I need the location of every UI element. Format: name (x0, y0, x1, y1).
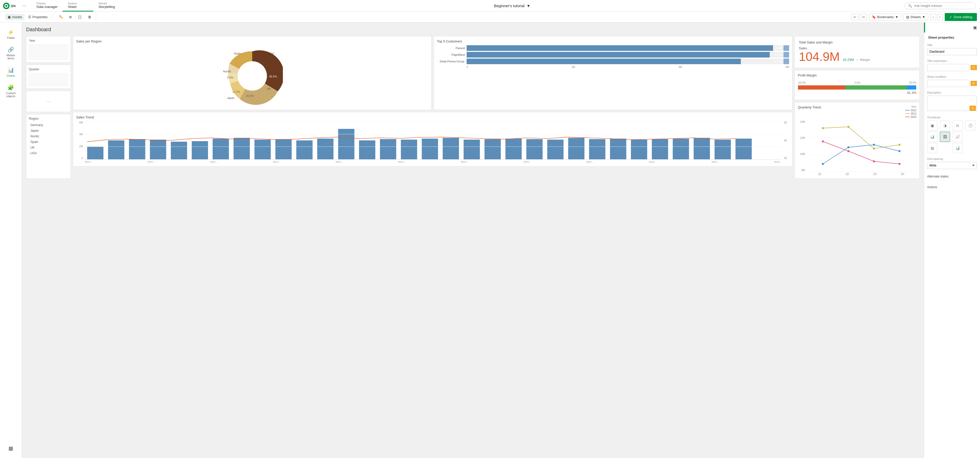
redo-button[interactable]: ↪ (860, 14, 867, 20)
title-input[interactable] (927, 48, 977, 55)
bar-2013-8 (485, 139, 501, 160)
thumb-layout-icon[interactable]: ▣ (927, 120, 937, 131)
thumb-grid-icon[interactable]: ▤ (927, 143, 937, 153)
region-item-nordic[interactable]: Nordic (29, 134, 68, 139)
x-q4: Q4 (901, 172, 904, 176)
bar-label-pagewave: PageWave (437, 53, 465, 56)
misc-chart-widget[interactable]: ··· (26, 91, 71, 112)
thumb-clock-icon[interactable]: 🕐 (965, 120, 975, 131)
y-label-0: 0 (76, 157, 83, 160)
dot-2014-q3 (873, 160, 875, 163)
undo-button[interactable]: ↩ (851, 14, 859, 20)
next-sheet-button[interactable]: › (937, 14, 943, 20)
search-input[interactable] (914, 4, 972, 8)
sidebar-item-bottom[interactable]: ▦ (2, 443, 21, 454)
year-filter-body[interactable] (29, 45, 68, 60)
bar-2014-5 (673, 139, 689, 160)
quarterly-y-axis: 14M 12M 10M 8M (798, 120, 805, 172)
title-expr-fx-btn[interactable]: fx (970, 65, 977, 70)
svg-text:26.9%: 26.9% (246, 94, 254, 97)
done-editing-button[interactable]: ✓ Done editing (945, 13, 977, 21)
title-expr-input[interactable] (927, 64, 969, 71)
qlik-logo-icon: Qlik (3, 3, 18, 9)
bookmarks-button[interactable]: 🔖 Bookmarks ▼ (869, 14, 901, 21)
svg-text:Japan: Japan (227, 96, 235, 99)
bar-2012-5 (171, 142, 187, 160)
quarterly-chart-area: 14M 12M 10M 8M (798, 120, 916, 172)
sheets-button[interactable]: ▤ Sheets ▼ (903, 14, 928, 21)
app-title[interactable]: Beginner's tutorial ▼ (494, 3, 530, 8)
bar-2012-4 (150, 140, 166, 160)
grid-spacing-select[interactable]: Wide Medium Narrow (927, 162, 977, 169)
sidebar-item-custom-objects[interactable]: 🧩 Custom objects (2, 82, 21, 100)
quarter-filter-body[interactable] (29, 73, 68, 86)
sidebar-item-fields[interactable]: ⚡ Fields (2, 27, 21, 42)
bar-2014-8 (735, 139, 752, 160)
sidebar-item-charts[interactable]: 📊 Charts (2, 64, 21, 80)
dot-2013-q1 (822, 127, 824, 129)
nav-tab-prepare[interactable]: Prepare Data manager (32, 0, 63, 11)
pencil-button[interactable]: ✏️ (56, 14, 66, 20)
alt-states-link[interactable]: Alternate states (927, 173, 977, 180)
show-cond-fx-btn[interactable]: fx (970, 81, 977, 86)
thumb-bar-icon[interactable]: 📊 (953, 143, 963, 153)
content-area: Dashboard Year Quarter ··· (22, 22, 924, 458)
thumb-image-icon[interactable]: 🖼 (940, 132, 950, 142)
paste-button[interactable]: 📋 (75, 14, 84, 20)
thumb-kpi-icon[interactable]: 📊 (927, 132, 937, 142)
region-item-spain[interactable]: Spain (29, 139, 68, 145)
delete-button[interactable]: 🗑 (85, 14, 94, 20)
properties-button[interactable]: ☰ Properties (25, 14, 50, 20)
y-10m: 10M (798, 153, 805, 155)
custom-objects-icon: 🧩 (8, 85, 14, 91)
thumb-number-badge[interactable]: #1 (953, 120, 963, 131)
actions-link[interactable]: Actions (927, 184, 977, 190)
thumb-line-icon[interactable]: 📈 (953, 132, 963, 142)
prev-sheet-button[interactable]: ‹ (930, 14, 936, 20)
bar-mini-paracel (783, 45, 789, 51)
quarterly-chart-svg (806, 120, 916, 172)
more-options-btn[interactable]: ··· (21, 3, 29, 8)
bar-2012-7 (213, 139, 229, 160)
bar-track-deak: 5.11M (467, 59, 789, 64)
quarter-filter-widget[interactable]: Quarter (26, 65, 71, 89)
region-item-japan[interactable]: Japan (29, 128, 68, 133)
prepare-nav-sub: Data manager (37, 5, 57, 9)
bar-2013-12 (568, 138, 584, 160)
margin-neg-label: -50.0% (798, 81, 806, 84)
svg-text:11.3%: 11.3% (232, 90, 240, 93)
insight-advisor-search[interactable]: 🔍 (904, 2, 976, 9)
sidebar-item-master-items[interactable]: 🔗 Master items (2, 44, 21, 62)
region-item-germany[interactable]: Germany (29, 123, 68, 128)
grid-spacing-section: Grid spacing Wide Medium Narrow (927, 157, 977, 169)
year-filter-widget[interactable]: Year (26, 36, 71, 63)
bar-2012-10 (275, 139, 292, 160)
layout-icon[interactable]: ▣ (973, 25, 977, 30)
region-filter-widget[interactable]: Region Germany Japan Nordic Spain UK USA (26, 114, 71, 179)
sales-trend-body (85, 121, 782, 160)
bar-2013-9 (506, 139, 522, 160)
copy-button[interactable]: ⧉ (67, 14, 74, 21)
thumb-pie-icon[interactable]: ◑ (940, 120, 950, 131)
thumbnail-prop-label: Thumbnail (927, 116, 977, 119)
sales-trend-widget: Sales Trend 6M 4M 2M 0 (73, 112, 792, 166)
bar-2012-6 (192, 141, 208, 160)
nav-tab-narrate[interactable]: Narrate Storytelling (93, 0, 124, 11)
logo-area: Qlik ··· (0, 0, 32, 11)
bar-2013-7 (463, 140, 480, 160)
bar-2012-11 (296, 140, 312, 160)
desc-fx-btn[interactable]: fx (969, 105, 976, 111)
kpi-sales-label: Sales (799, 46, 915, 50)
bar-value-deak: 5.11M (775, 60, 782, 63)
assets-button[interactable]: ▣ Assets (5, 14, 24, 20)
grid-line-2 (85, 147, 782, 147)
toolbar-left-group: ▣ Assets ☰ Properties (3, 14, 52, 20)
x-q1: Q1 (818, 172, 821, 176)
right-properties-panel: ▣ Sheet properties Title Title expressio… (924, 22, 980, 458)
nav-tab-analyze[interactable]: Analyze Sheet (63, 0, 93, 11)
region-item-usa[interactable]: USA (29, 151, 68, 156)
show-cond-input[interactable] (927, 80, 969, 87)
quarter-filter-title: Quarter (29, 67, 68, 71)
dashboard-grid: Year Quarter ··· Region Germany (26, 36, 920, 179)
region-item-uk[interactable]: UK (29, 145, 68, 150)
